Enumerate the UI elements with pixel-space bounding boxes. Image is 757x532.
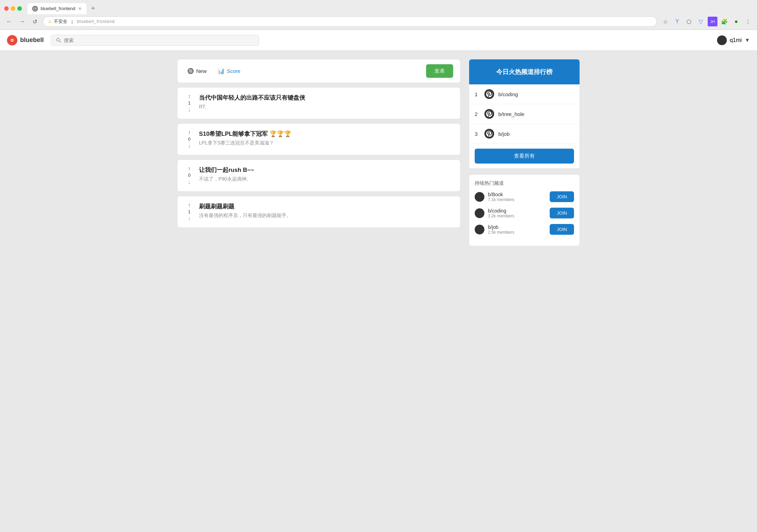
- svg-line-6: [59, 41, 60, 42]
- vote-count: 1: [188, 209, 190, 215]
- post-button[interactable]: 发表: [426, 64, 453, 78]
- join-button[interactable]: JOIN: [550, 208, 574, 218]
- search-bar[interactable]: [51, 35, 259, 46]
- channel-icon: [484, 129, 494, 139]
- left-column: 🔘 New 📊 Score 发表 ↑ 1 ↓ 当代中国年轻人的出路不应该只有键盘…: [177, 59, 460, 246]
- tab-close-icon[interactable]: ✕: [78, 6, 82, 11]
- forward-button[interactable]: →: [17, 17, 27, 26]
- channel-icon: [475, 192, 484, 202]
- extension-icon-5[interactable]: 🧩: [719, 17, 729, 26]
- filter-tab-score[interactable]: 📊 Score: [215, 66, 243, 76]
- join-button[interactable]: JOIN: [550, 224, 574, 235]
- post-title[interactable]: S10希望LPL能够拿下冠军 🏆🏆🏆: [199, 130, 453, 138]
- downvote-button[interactable]: ↓: [188, 107, 191, 113]
- url-display: bluebell_frontend: [77, 19, 115, 24]
- new-tab-button[interactable]: +: [88, 3, 99, 14]
- channel-rank: 3: [475, 131, 480, 137]
- logo-icon: [7, 35, 17, 45]
- hot-channel-item[interactable]: 2 b/tree_hole: [469, 104, 580, 124]
- post-title[interactable]: 当代中国年轻人的出路不应该只有键盘侠: [199, 94, 453, 102]
- username: q1mi: [730, 37, 742, 43]
- reload-button[interactable]: ↺: [31, 17, 39, 26]
- channel-icon: [484, 89, 494, 99]
- filter-bar: 🔘 New 📊 Score 发表: [177, 59, 460, 83]
- upvote-button[interactable]: ↑: [188, 166, 191, 172]
- user-dropdown-icon[interactable]: ▼: [744, 37, 750, 43]
- post-desc: 不说了，P90永远滴神。: [199, 176, 453, 182]
- profile-icon[interactable]: ●: [731, 17, 741, 26]
- browser-chrome: bluebell_frontend ✕ + ← → ↺ ⚠ 不安全 | blue…: [0, 0, 757, 30]
- toolbar-icons: ☆ Y ⬡ ▽ JH 🧩 ● ⋮: [660, 17, 753, 26]
- vote-column: ↑ 0 ↓: [184, 130, 194, 149]
- main-content: 🔘 New 📊 Score 发表 ↑ 1 ↓ 当代中国年轻人的出路不应该只有键盘…: [170, 51, 587, 255]
- close-button[interactable]: [4, 6, 9, 11]
- active-tab[interactable]: bluebell_frontend ✕: [27, 3, 86, 14]
- security-warning-text: 不安全: [54, 18, 67, 25]
- search-input[interactable]: [64, 38, 254, 43]
- extension-icon-4[interactable]: JH: [708, 17, 717, 26]
- post-desc: RT.: [199, 104, 453, 109]
- window-controls: [4, 6, 22, 11]
- post-card: ↑ 1 ↓ 当代中国年轻人的出路不应该只有键盘侠 RT.: [177, 87, 460, 119]
- new-dot-icon: 🔘: [187, 68, 194, 74]
- vote-count: 0: [188, 172, 190, 178]
- url-text: |: [72, 19, 73, 24]
- extension-icon-3[interactable]: ▽: [696, 17, 706, 26]
- post-body: 当代中国年轻人的出路不应该只有键盘侠 RT.: [199, 94, 453, 113]
- svg-point-5: [57, 38, 60, 41]
- hot-channel-item[interactable]: 3 b/job: [469, 124, 580, 144]
- filter-score-label: Score: [227, 68, 240, 74]
- hot-channel-item[interactable]: 1 b/coding: [469, 84, 580, 104]
- join-button[interactable]: JOIN: [550, 191, 574, 202]
- post-title[interactable]: 刷题刷题刷题: [199, 202, 453, 210]
- back-button[interactable]: ←: [4, 17, 14, 26]
- minimize-button[interactable]: [11, 6, 15, 11]
- channel-info: b/job 2.5k members: [488, 224, 546, 235]
- channel-members: 7.1k members: [488, 197, 546, 202]
- channel-name: b/coding: [488, 208, 546, 214]
- vote-column: ↑ 1 ↓: [184, 202, 194, 221]
- tab-title: bluebell_frontend: [41, 6, 75, 11]
- channel-info: b/coding 3.2k members: [488, 208, 546, 218]
- post-card: ↑ 0 ↓ 让我们一起rush B~~ 不说了，P90永远滴神。: [177, 159, 460, 191]
- header-right: q1mi ▼: [717, 35, 750, 45]
- bookmark-icon[interactable]: ☆: [660, 17, 670, 26]
- avatar: [717, 35, 727, 45]
- score-bar-icon: 📊: [218, 68, 225, 74]
- channel-rank: 2: [475, 111, 480, 117]
- channel-name: b/coding: [498, 91, 518, 97]
- post-title[interactable]: 让我们一起rush B~~: [199, 166, 453, 174]
- address-bar: ← → ↺ ⚠ 不安全 | bluebell_frontend ☆ Y ⬡ ▽ …: [0, 14, 757, 30]
- downvote-button[interactable]: ↓: [188, 180, 191, 185]
- fullscreen-button[interactable]: [17, 6, 22, 11]
- upvote-button[interactable]: ↑: [188, 130, 191, 135]
- channel-rank: 1: [475, 91, 480, 97]
- menu-icon[interactable]: ⋮: [743, 17, 753, 26]
- upvote-button[interactable]: ↑: [188, 202, 191, 208]
- post-desc: 没有最强的程序员，只有最强的刷题能手。: [199, 213, 453, 219]
- vote-count: 0: [188, 136, 190, 142]
- address-input[interactable]: ⚠ 不安全 | bluebell_frontend: [43, 16, 657, 27]
- channel-icon: [484, 109, 494, 119]
- post-card: ↑ 0 ↓ S10希望LPL能够拿下冠军 🏆🏆🏆 LPL拿下S赛三连冠岂不是美滋…: [177, 123, 460, 155]
- channel-members: 2.5k members: [488, 230, 546, 235]
- channel-info: b/Book 7.1k members: [488, 192, 546, 202]
- channel-icon: [475, 208, 484, 218]
- svg-point-4: [11, 40, 13, 41]
- vote-column: ↑ 0 ↓: [184, 166, 194, 185]
- channel-name: b/tree_hole: [498, 111, 524, 117]
- downvote-button[interactable]: ↓: [188, 143, 191, 149]
- vote-column: ↑ 1 ↓: [184, 94, 194, 113]
- tab-bar: bluebell_frontend ✕ +: [0, 0, 757, 14]
- logo[interactable]: bluebell: [7, 35, 44, 45]
- svg-point-1: [34, 8, 36, 9]
- downvote-button[interactable]: ↓: [188, 216, 191, 221]
- upvote-button[interactable]: ↑: [188, 94, 191, 99]
- filter-tab-new[interactable]: 🔘 New: [184, 66, 209, 76]
- extension-icon-1[interactable]: Y: [672, 17, 682, 26]
- hot-channels-header: 今日火热频道排行榜: [469, 59, 580, 84]
- tab-favicon: [32, 6, 38, 11]
- persistent-channels-card: 持续热门频道 b/Book 7.1k members JOIN: [469, 174, 580, 246]
- extension-icon-2[interactable]: ⬡: [684, 17, 694, 26]
- view-all-button[interactable]: 查看所有: [475, 149, 574, 164]
